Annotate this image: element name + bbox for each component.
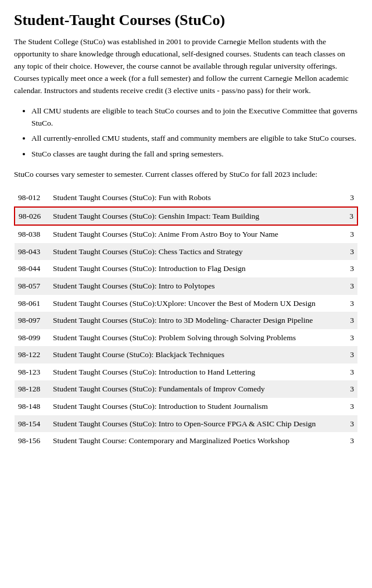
bullet-item-0: All CMU students are eligible to teach S… <box>31 105 358 130</box>
course-name: Student Taught Courses (StuCo): Introduc… <box>49 260 346 277</box>
course-code: 98-128 <box>15 380 49 398</box>
course-units: 3 <box>346 207 357 226</box>
course-code: 98-061 <box>15 295 49 312</box>
course-code: 98-123 <box>15 364 49 381</box>
courses-table: 98-012Student Taught Courses (StuCo): Fu… <box>14 189 358 449</box>
course-name: Student Taught Courses (StuCo): Introduc… <box>49 364 346 381</box>
course-code: 98-148 <box>15 398 49 415</box>
course-name: Student Taught Courses (StuCo): Intro to… <box>49 277 346 295</box>
course-units: 3 <box>346 260 357 277</box>
course-code: 98-097 <box>15 312 49 329</box>
table-row: 98-154Student Taught Courses (StuCo): In… <box>15 415 357 433</box>
course-code: 98-154 <box>15 415 49 433</box>
course-code: 98-044 <box>15 260 49 277</box>
course-name: Student Taught Course (StuCo): Blackjack… <box>49 346 346 364</box>
course-units: 3 <box>346 398 357 415</box>
course-name: Student Taught Courses (StuCo): Intro to… <box>49 415 346 433</box>
course-code: 98-122 <box>15 346 49 364</box>
table-row: 98-156Student Taught Course: Contemporar… <box>15 432 357 450</box>
course-units: 3 <box>346 277 357 295</box>
course-name: Student Taught Courses (StuCo): Intro to… <box>49 312 346 329</box>
bullet-item-2: StuCo classes are taught during the fall… <box>31 148 358 161</box>
course-code: 98-012 <box>15 189 49 207</box>
course-units: 3 <box>346 329 357 347</box>
course-code: 98-043 <box>15 243 49 261</box>
intro-paragraph: The Student College (StuCo) was establis… <box>14 36 358 97</box>
table-row: 98-012Student Taught Courses (StuCo): Fu… <box>15 189 357 207</box>
course-units: 3 <box>346 189 357 207</box>
course-units: 3 <box>346 415 357 433</box>
course-name: Student Taught Courses (StuCo): Fun with… <box>49 189 346 207</box>
bullet-item-1: All currently-enrolled CMU students, sta… <box>31 133 358 145</box>
course-code: 98-038 <box>15 225 49 243</box>
table-row: 98-122Student Taught Course (StuCo): Bla… <box>15 346 357 364</box>
table-row: 98-148Student Taught Courses (StuCo): In… <box>15 398 357 415</box>
table-row: 98-057Student Taught Courses (StuCo): In… <box>15 277 357 295</box>
table-row: 98-128Student Taught Courses (StuCo): Fu… <box>15 380 357 398</box>
course-name: Student Taught Course: Contemporary and … <box>49 432 346 450</box>
course-units: 3 <box>346 364 357 381</box>
course-code: 98-026 <box>15 207 49 226</box>
course-code: 98-057 <box>15 277 49 295</box>
table-row: 98-043Student Taught Courses (StuCo): Ch… <box>15 243 357 261</box>
table-row: 98-099Student Taught Courses (StuCo): Pr… <box>15 329 357 347</box>
course-name: Student Taught Courses (StuCo): Genshin … <box>49 207 346 226</box>
table-row: 98-026Student Taught Courses (StuCo): Ge… <box>15 207 357 226</box>
bullet-list: All CMU students are eligible to teach S… <box>31 105 358 161</box>
table-row: 98-123Student Taught Courses (StuCo): In… <box>15 364 357 381</box>
table-row: 98-061Student Taught Courses (StuCo):UXp… <box>15 295 357 312</box>
page-title: Student-Taught Courses (StuCo) <box>14 12 358 29</box>
course-units: 3 <box>346 243 357 261</box>
summary-paragraph: StuCo courses vary semester to semester.… <box>14 169 358 181</box>
course-units: 3 <box>346 380 357 398</box>
course-name: Student Taught Courses (StuCo): Fundamen… <box>49 380 346 398</box>
table-row: 98-097Student Taught Courses (StuCo): In… <box>15 312 357 329</box>
course-units: 3 <box>346 346 357 364</box>
course-name: Student Taught Courses (StuCo): Introduc… <box>49 398 346 415</box>
table-row: 98-044Student Taught Courses (StuCo): In… <box>15 260 357 277</box>
course-code: 98-156 <box>15 432 49 450</box>
course-units: 3 <box>346 312 357 329</box>
course-name: Student Taught Courses (StuCo):UXplore: … <box>49 295 346 312</box>
course-units: 3 <box>346 295 357 312</box>
course-name: Student Taught Courses (StuCo): Chess Ta… <box>49 243 346 261</box>
course-units: 3 <box>346 432 357 450</box>
course-code: 98-099 <box>15 329 49 347</box>
course-name: Student Taught Courses (StuCo): Anime Fr… <box>49 225 346 243</box>
course-units: 3 <box>346 225 357 243</box>
table-row: 98-038Student Taught Courses (StuCo): An… <box>15 225 357 243</box>
course-name: Student Taught Courses (StuCo): Problem … <box>49 329 346 347</box>
